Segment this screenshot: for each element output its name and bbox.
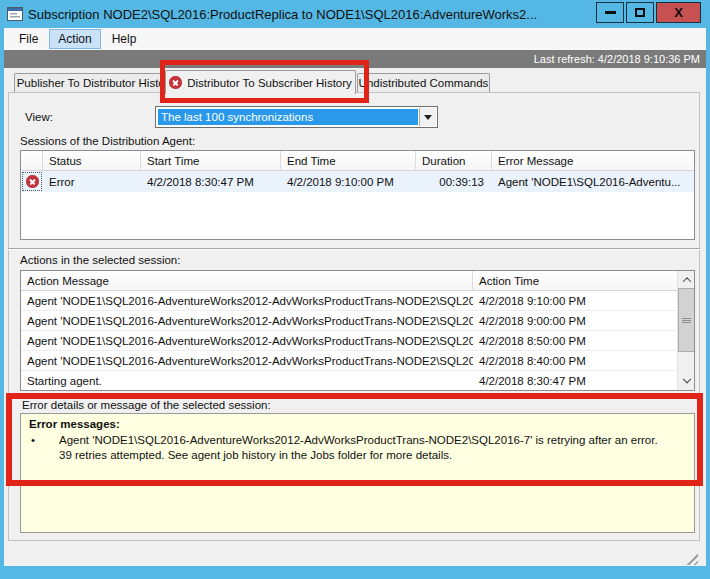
action-message: Agent 'NODE1\SQL2016-AdventureWorks2012-… <box>21 291 473 310</box>
error-icon <box>169 76 182 89</box>
window-border-bottom <box>0 566 710 579</box>
tab-undistributed-commands[interactable]: Undistributed Commands <box>357 73 490 92</box>
tab-label: Undistributed Commands <box>359 77 489 89</box>
section-divider <box>8 248 700 250</box>
close-button[interactable]: X <box>656 2 701 23</box>
scroll-up-button[interactable] <box>678 271 695 288</box>
action-row[interactable]: Agent 'NODE1\SQL2016-AdventureWorks2012-… <box>21 351 677 371</box>
tab-publisher-to-distributor-history[interactable]: Publisher To Distributor History <box>14 73 177 92</box>
actions-label: Actions in the selected session: <box>20 254 180 266</box>
tab-distributor-to-subscriber-history[interactable]: Distributor To Subscriber History <box>165 70 356 94</box>
minimize-icon <box>605 11 616 14</box>
session-status-icon-cell <box>21 171 43 192</box>
session-row[interactable]: Error 4/2/2018 8:30:47 PM 4/2/2018 9:10:… <box>21 171 694 192</box>
view-dropdown[interactable]: The last 100 synchronizations <box>155 106 438 128</box>
last-refresh-text: Last refresh: 4/2/2018 9:10:36 PM <box>534 53 700 65</box>
menu-bar: File Action Help <box>4 28 706 50</box>
column-header-status[interactable]: Status <box>43 151 141 170</box>
tab-label: Distributor To Subscriber History <box>187 77 352 89</box>
view-label: View: <box>25 111 53 123</box>
close-icon: X <box>674 6 683 19</box>
menu-help[interactable]: Help <box>103 29 146 49</box>
session-duration: 00:39:13 <box>416 171 492 192</box>
action-time: 4/2/2018 9:00:00 PM <box>473 311 677 330</box>
action-time: 4/2/2018 8:50:00 PM <box>473 331 677 350</box>
session-error-message: Agent 'NODE1\SQL2016-Adventu... <box>492 171 694 192</box>
column-header-start-time[interactable]: Start Time <box>141 151 281 170</box>
window-title: Subscription NODE2\SQL2016:ProductReplic… <box>28 7 537 22</box>
menu-file[interactable]: File <box>10 29 47 49</box>
menu-action[interactable]: Action <box>49 29 100 49</box>
column-header-end-time[interactable]: End Time <box>281 151 416 170</box>
error-message-item: • Agent 'NODE1\SQL2016-AdventureWorks201… <box>29 433 686 463</box>
view-dropdown-button[interactable] <box>419 108 436 126</box>
action-row[interactable]: Agent 'NODE1\SQL2016-AdventureWorks2012-… <box>21 331 677 351</box>
tab-label: Publisher To Distributor History <box>17 77 175 89</box>
session-status: Error <box>43 171 141 192</box>
chevron-down-icon <box>424 115 432 120</box>
column-header-action-message[interactable]: Action Message <box>21 271 473 290</box>
minimize-button[interactable] <box>596 2 624 23</box>
error-details-label: Error details or message of the selected… <box>22 399 271 411</box>
titlebar[interactable]: Subscription NODE2\SQL2016:ProductReplic… <box>0 0 710 28</box>
error-icon <box>26 175 39 188</box>
maximize-button[interactable] <box>626 2 654 23</box>
column-header-action-time[interactable]: Action Time <box>473 271 677 290</box>
scroll-down-button[interactable] <box>678 373 695 390</box>
action-message: Agent 'NODE1\SQL2016-AdventureWorks2012-… <box>21 331 473 350</box>
session-start-time: 4/2/2018 8:30:47 PM <box>141 171 281 192</box>
action-row[interactable]: Agent 'NODE1\SQL2016-AdventureWorks2012-… <box>21 311 677 331</box>
actions-table: Action Message Action Time Agent 'NODE1\… <box>20 270 695 391</box>
column-header-duration[interactable]: Duration <box>416 151 492 170</box>
action-row[interactable]: Agent 'NODE1\SQL2016-AdventureWorks2012-… <box>21 291 677 311</box>
column-header-error-message[interactable]: Error Message <box>492 151 694 170</box>
bullet-icon: • <box>29 433 59 463</box>
window-controls: X <box>596 2 701 23</box>
view-dropdown-value: The last 100 synchronizations <box>158 109 418 125</box>
action-time: 4/2/2018 8:30:47 PM <box>473 371 677 391</box>
actions-table-header: Action Message Action Time <box>21 271 677 291</box>
action-message: Agent 'NODE1\SQL2016-AdventureWorks2012-… <box>21 311 473 330</box>
actions-scrollbar[interactable] <box>677 271 694 390</box>
sessions-table-header: Status Start Time End Time Duration Erro… <box>21 151 694 171</box>
maximize-icon <box>635 8 645 17</box>
error-messages-heading: Error messages: <box>29 417 686 432</box>
error-details-box: Error messages: • Agent 'NODE1\SQL2016-A… <box>20 413 695 533</box>
scrollbar-thumb[interactable] <box>678 288 695 352</box>
subscription-history-window: Subscription NODE2\SQL2016:ProductReplic… <box>0 0 710 579</box>
last-refresh-bar: Last refresh: 4/2/2018 9:10:36 PM <box>4 50 706 68</box>
chevron-up-icon <box>682 277 690 285</box>
action-message: Agent 'NODE1\SQL2016-AdventureWorks2012-… <box>21 351 473 370</box>
window-icon <box>7 7 23 21</box>
sessions-label: Sessions of the Distribution Agent: <box>20 135 195 147</box>
column-header-icon[interactable] <box>21 151 43 170</box>
action-time: 4/2/2018 8:40:00 PM <box>473 351 677 370</box>
error-message-text: Agent 'NODE1\SQL2016-AdventureWorks2012-… <box>59 433 659 463</box>
action-row[interactable]: Starting agent. 4/2/2018 8:30:47 PM <box>21 371 677 391</box>
window-border-right <box>706 28 710 566</box>
chevron-down-icon <box>682 374 690 382</box>
session-end-time: 4/2/2018 9:10:00 PM <box>281 171 416 192</box>
action-time: 4/2/2018 9:10:00 PM <box>473 291 677 310</box>
scrollbar-grip-icon <box>682 318 691 323</box>
action-message: Starting agent. <box>21 371 473 391</box>
sessions-table: Status Start Time End Time Duration Erro… <box>20 150 695 240</box>
